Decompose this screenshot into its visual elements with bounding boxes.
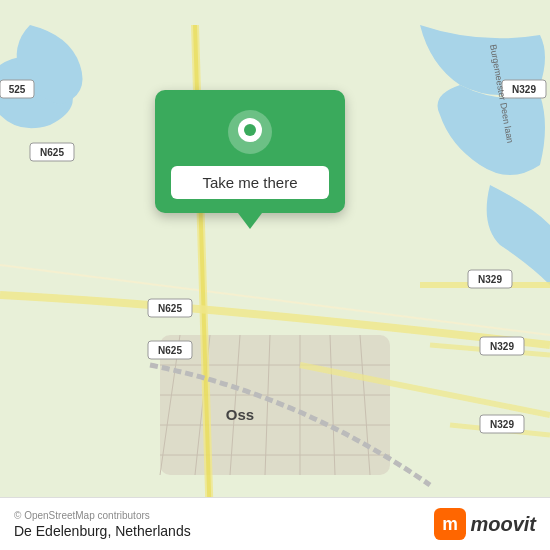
moovit-brand-text: moovit (470, 513, 536, 536)
map-background: N625 N625 N625 N329 N329 N329 525 N329 B… (0, 0, 550, 550)
svg-text:m: m (443, 514, 459, 534)
svg-text:N625: N625 (158, 303, 182, 314)
svg-text:Oss: Oss (226, 406, 254, 423)
svg-text:N625: N625 (158, 345, 182, 356)
bottom-bar: © OpenStreetMap contributors De Edelenbu… (0, 497, 550, 550)
bottom-left-section: © OpenStreetMap contributors De Edelenbu… (14, 510, 191, 539)
location-pin-icon (226, 108, 274, 156)
map-container: N625 N625 N625 N329 N329 N329 525 N329 B… (0, 0, 550, 550)
location-name: De Edelenburg, Netherlands (14, 523, 191, 539)
svg-text:525: 525 (9, 84, 26, 95)
svg-text:N329: N329 (478, 274, 502, 285)
svg-text:N329: N329 (490, 419, 514, 430)
tooltip-card: Take me there (155, 90, 345, 213)
copyright-text: © OpenStreetMap contributors (14, 510, 191, 521)
svg-text:N329: N329 (512, 84, 536, 95)
svg-text:N625: N625 (40, 147, 64, 158)
svg-point-33 (244, 124, 256, 136)
svg-text:N329: N329 (490, 341, 514, 352)
take-me-there-button[interactable]: Take me there (171, 166, 329, 199)
moovit-brand-icon: m (434, 508, 466, 540)
moovit-logo: m moovit (434, 508, 536, 540)
svg-rect-1 (160, 335, 390, 475)
